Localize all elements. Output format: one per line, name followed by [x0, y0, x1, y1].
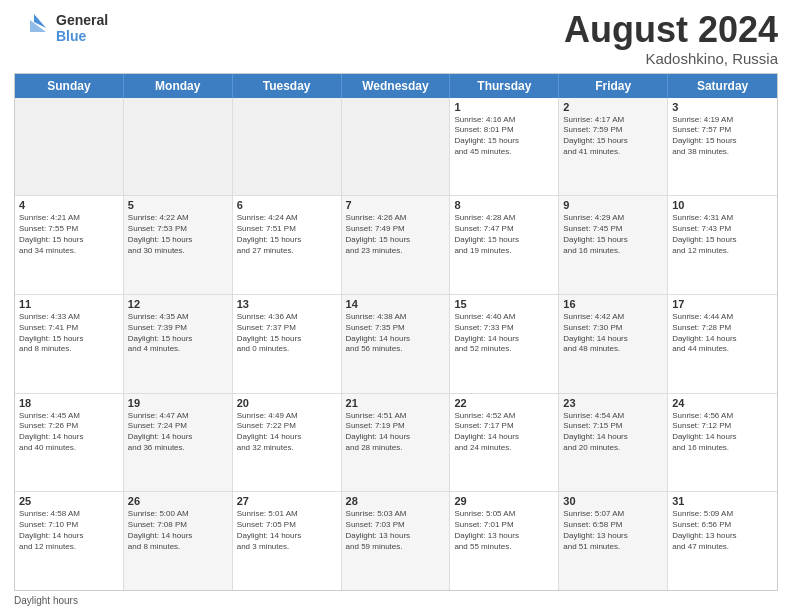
day-info: Sunrise: 4:19 AM Sunset: 7:57 PM Dayligh…	[672, 115, 773, 158]
day-info: Sunrise: 4:16 AM Sunset: 8:01 PM Dayligh…	[454, 115, 554, 158]
weekday-header-sunday: Sunday	[15, 74, 124, 98]
calendar-cell-5-1: 25Sunrise: 4:58 AM Sunset: 7:10 PM Dayli…	[15, 492, 124, 590]
calendar-cell-3-3: 13Sunrise: 4:36 AM Sunset: 7:37 PM Dayli…	[233, 295, 342, 393]
day-info: Sunrise: 5:03 AM Sunset: 7:03 PM Dayligh…	[346, 509, 446, 552]
day-info: Sunrise: 4:42 AM Sunset: 7:30 PM Dayligh…	[563, 312, 663, 355]
day-number: 13	[237, 298, 337, 310]
day-number: 26	[128, 495, 228, 507]
day-number: 12	[128, 298, 228, 310]
calendar-cell-3-7: 17Sunrise: 4:44 AM Sunset: 7:28 PM Dayli…	[668, 295, 777, 393]
calendar-row-4: 18Sunrise: 4:45 AM Sunset: 7:26 PM Dayli…	[15, 394, 777, 493]
calendar-cell-2-4: 7Sunrise: 4:26 AM Sunset: 7:49 PM Daylig…	[342, 196, 451, 294]
calendar-cell-1-6: 2Sunrise: 4:17 AM Sunset: 7:59 PM Daylig…	[559, 98, 668, 196]
day-info: Sunrise: 4:56 AM Sunset: 7:12 PM Dayligh…	[672, 411, 773, 454]
calendar-cell-4-4: 21Sunrise: 4:51 AM Sunset: 7:19 PM Dayli…	[342, 394, 451, 492]
day-info: Sunrise: 4:51 AM Sunset: 7:19 PM Dayligh…	[346, 411, 446, 454]
calendar-cell-2-1: 4Sunrise: 4:21 AM Sunset: 7:55 PM Daylig…	[15, 196, 124, 294]
calendar-row-5: 25Sunrise: 4:58 AM Sunset: 7:10 PM Dayli…	[15, 492, 777, 590]
day-number: 21	[346, 397, 446, 409]
calendar-cell-4-7: 24Sunrise: 4:56 AM Sunset: 7:12 PM Dayli…	[668, 394, 777, 492]
footer-note: Daylight hours	[14, 595, 778, 606]
calendar-header: SundayMondayTuesdayWednesdayThursdayFrid…	[15, 74, 777, 98]
calendar-cell-1-4	[342, 98, 451, 196]
header: General Blue August 2024 Kadoshkino, Rus…	[14, 10, 778, 67]
day-info: Sunrise: 4:36 AM Sunset: 7:37 PM Dayligh…	[237, 312, 337, 355]
day-info: Sunrise: 4:21 AM Sunset: 7:55 PM Dayligh…	[19, 213, 119, 256]
day-number: 4	[19, 199, 119, 211]
day-info: Sunrise: 4:29 AM Sunset: 7:45 PM Dayligh…	[563, 213, 663, 256]
day-number: 5	[128, 199, 228, 211]
day-info: Sunrise: 4:28 AM Sunset: 7:47 PM Dayligh…	[454, 213, 554, 256]
calendar-cell-2-6: 9Sunrise: 4:29 AM Sunset: 7:45 PM Daylig…	[559, 196, 668, 294]
calendar-cell-2-3: 6Sunrise: 4:24 AM Sunset: 7:51 PM Daylig…	[233, 196, 342, 294]
logo: General Blue	[14, 10, 108, 46]
day-number: 22	[454, 397, 554, 409]
calendar-cell-3-6: 16Sunrise: 4:42 AM Sunset: 7:30 PM Dayli…	[559, 295, 668, 393]
calendar-cell-4-1: 18Sunrise: 4:45 AM Sunset: 7:26 PM Dayli…	[15, 394, 124, 492]
weekday-header-saturday: Saturday	[668, 74, 777, 98]
day-number: 1	[454, 101, 554, 113]
day-number: 25	[19, 495, 119, 507]
calendar-row-2: 4Sunrise: 4:21 AM Sunset: 7:55 PM Daylig…	[15, 196, 777, 295]
calendar-cell-2-7: 10Sunrise: 4:31 AM Sunset: 7:43 PM Dayli…	[668, 196, 777, 294]
day-number: 7	[346, 199, 446, 211]
day-info: Sunrise: 4:17 AM Sunset: 7:59 PM Dayligh…	[563, 115, 663, 158]
day-number: 2	[563, 101, 663, 113]
day-number: 30	[563, 495, 663, 507]
day-number: 14	[346, 298, 446, 310]
calendar-cell-3-1: 11Sunrise: 4:33 AM Sunset: 7:41 PM Dayli…	[15, 295, 124, 393]
calendar-cell-1-1	[15, 98, 124, 196]
calendar-cell-1-7: 3Sunrise: 4:19 AM Sunset: 7:57 PM Daylig…	[668, 98, 777, 196]
day-info: Sunrise: 5:07 AM Sunset: 6:58 PM Dayligh…	[563, 509, 663, 552]
day-info: Sunrise: 5:01 AM Sunset: 7:05 PM Dayligh…	[237, 509, 337, 552]
day-info: Sunrise: 5:05 AM Sunset: 7:01 PM Dayligh…	[454, 509, 554, 552]
calendar-cell-2-2: 5Sunrise: 4:22 AM Sunset: 7:53 PM Daylig…	[124, 196, 233, 294]
day-info: Sunrise: 4:35 AM Sunset: 7:39 PM Dayligh…	[128, 312, 228, 355]
day-info: Sunrise: 4:38 AM Sunset: 7:35 PM Dayligh…	[346, 312, 446, 355]
day-number: 23	[563, 397, 663, 409]
calendar-cell-4-2: 19Sunrise: 4:47 AM Sunset: 7:24 PM Dayli…	[124, 394, 233, 492]
calendar-cell-4-6: 23Sunrise: 4:54 AM Sunset: 7:15 PM Dayli…	[559, 394, 668, 492]
calendar-cell-1-5: 1Sunrise: 4:16 AM Sunset: 8:01 PM Daylig…	[450, 98, 559, 196]
day-number: 11	[19, 298, 119, 310]
calendar-cell-5-3: 27Sunrise: 5:01 AM Sunset: 7:05 PM Dayli…	[233, 492, 342, 590]
day-number: 17	[672, 298, 773, 310]
day-info: Sunrise: 4:58 AM Sunset: 7:10 PM Dayligh…	[19, 509, 119, 552]
day-number: 10	[672, 199, 773, 211]
day-number: 6	[237, 199, 337, 211]
day-number: 16	[563, 298, 663, 310]
weekday-header-friday: Friday	[559, 74, 668, 98]
day-number: 31	[672, 495, 773, 507]
calendar-cell-3-5: 15Sunrise: 4:40 AM Sunset: 7:33 PM Dayli…	[450, 295, 559, 393]
day-info: Sunrise: 4:47 AM Sunset: 7:24 PM Dayligh…	[128, 411, 228, 454]
month-title: August 2024	[564, 10, 778, 50]
day-info: Sunrise: 4:31 AM Sunset: 7:43 PM Dayligh…	[672, 213, 773, 256]
day-info: Sunrise: 5:00 AM Sunset: 7:08 PM Dayligh…	[128, 509, 228, 552]
day-info: Sunrise: 4:22 AM Sunset: 7:53 PM Dayligh…	[128, 213, 228, 256]
weekday-header-wednesday: Wednesday	[342, 74, 451, 98]
day-number: 9	[563, 199, 663, 211]
calendar-cell-5-4: 28Sunrise: 5:03 AM Sunset: 7:03 PM Dayli…	[342, 492, 451, 590]
day-number: 18	[19, 397, 119, 409]
day-number: 24	[672, 397, 773, 409]
calendar-cell-3-2: 12Sunrise: 4:35 AM Sunset: 7:39 PM Dayli…	[124, 295, 233, 393]
calendar-cell-1-3	[233, 98, 342, 196]
calendar: SundayMondayTuesdayWednesdayThursdayFrid…	[14, 73, 778, 591]
calendar-cell-5-2: 26Sunrise: 5:00 AM Sunset: 7:08 PM Dayli…	[124, 492, 233, 590]
day-number: 20	[237, 397, 337, 409]
page: General Blue August 2024 Kadoshkino, Rus…	[0, 0, 792, 612]
calendar-cell-5-5: 29Sunrise: 5:05 AM Sunset: 7:01 PM Dayli…	[450, 492, 559, 590]
calendar-cell-3-4: 14Sunrise: 4:38 AM Sunset: 7:35 PM Dayli…	[342, 295, 451, 393]
calendar-cell-4-5: 22Sunrise: 4:52 AM Sunset: 7:17 PM Dayli…	[450, 394, 559, 492]
weekday-header-tuesday: Tuesday	[233, 74, 342, 98]
day-info: Sunrise: 5:09 AM Sunset: 6:56 PM Dayligh…	[672, 509, 773, 552]
day-info: Sunrise: 4:45 AM Sunset: 7:26 PM Dayligh…	[19, 411, 119, 454]
day-number: 3	[672, 101, 773, 113]
weekday-header-thursday: Thursday	[450, 74, 559, 98]
logo-blue: Blue	[56, 28, 108, 44]
calendar-cell-5-6: 30Sunrise: 5:07 AM Sunset: 6:58 PM Dayli…	[559, 492, 668, 590]
calendar-cell-2-5: 8Sunrise: 4:28 AM Sunset: 7:47 PM Daylig…	[450, 196, 559, 294]
day-info: Sunrise: 4:54 AM Sunset: 7:15 PM Dayligh…	[563, 411, 663, 454]
weekday-header-monday: Monday	[124, 74, 233, 98]
calendar-cell-5-7: 31Sunrise: 5:09 AM Sunset: 6:56 PM Dayli…	[668, 492, 777, 590]
